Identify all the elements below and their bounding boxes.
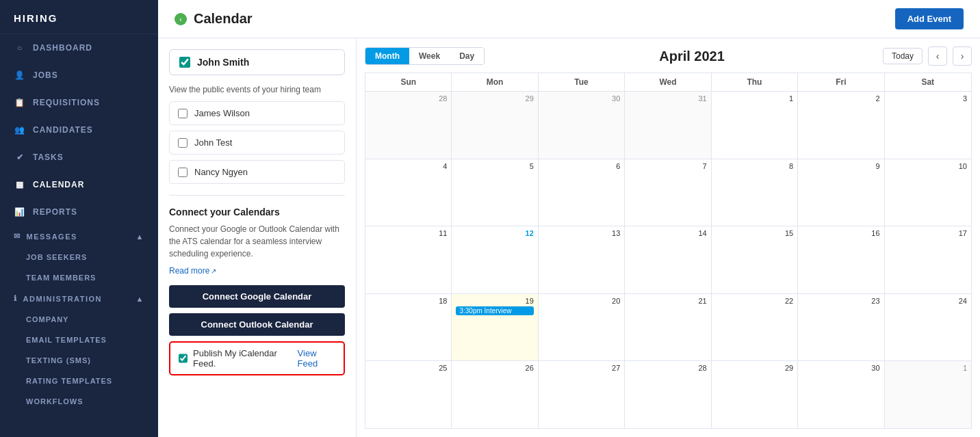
calendar-cell[interactable]: 21 — [625, 294, 711, 361]
calendar-cell[interactable]: 23 — [798, 294, 884, 361]
calendar-cell[interactable]: 1 — [712, 92, 798, 159]
external-link-icon: ↗ — [211, 267, 216, 275]
connect-google-button[interactable]: Connect Google Calendar — [169, 285, 345, 308]
back-nav-icon[interactable]: ‹ — [175, 13, 187, 25]
calendar-cell[interactable]: 9 — [798, 159, 884, 226]
candidates-icon: 👥 — [14, 124, 26, 136]
sidebar-item-texting-sms[interactable]: TEXTING (SMS) — [0, 350, 158, 371]
connect-section-title: Connect your Calendars — [169, 207, 345, 217]
calendar-cell[interactable]: 6 — [539, 159, 625, 226]
reports-icon: 📊 — [14, 206, 26, 218]
tab-day[interactable]: Day — [450, 48, 484, 64]
requisitions-icon: 📋 — [14, 96, 26, 109]
calendar-cell-today[interactable]: 19 3:30pm Interview — [452, 294, 538, 361]
view-tabs: Month Week Day — [365, 47, 485, 65]
tab-week[interactable]: Week — [409, 48, 450, 64]
chevron-up-icon: ▲ — [136, 233, 144, 241]
calendar-cell[interactable]: 30 — [798, 361, 884, 428]
calendar-cell[interactable]: 4 — [365, 159, 452, 226]
calendar-cell[interactable]: 15 — [712, 226, 798, 293]
calendar-cell[interactable]: 22 — [712, 294, 798, 361]
sidebar-admin-label: ADMINISTRATION — [23, 295, 103, 303]
calendar-cell[interactable]: 28 — [625, 361, 711, 428]
calendar-cell[interactable]: 14 — [625, 226, 711, 293]
calendar-cell[interactable]: 28 — [365, 92, 452, 159]
calendar-cell[interactable]: 24 — [885, 294, 971, 361]
chevron-up-icon-admin: ▲ — [136, 295, 144, 303]
calendar-cell[interactable]: 30 — [539, 92, 625, 159]
calendar-toolbar: Month Week Day April 2021 Today ‹ › — [365, 47, 972, 66]
sidebar-item-workflows[interactable]: WORKFLOWS — [0, 391, 158, 412]
add-event-button[interactable]: Add Event — [895, 8, 964, 29]
calendar-cell[interactable]: 26 — [452, 361, 538, 428]
sidebar-item-dashboard[interactable]: ○ DASHBOARD — [0, 34, 158, 62]
calendar-cell[interactable]: 18 — [365, 294, 452, 361]
day-header-thu: Thu — [712, 73, 798, 92]
sidebar-item-email-templates[interactable]: EMAIL TEMPLATES — [0, 330, 158, 350]
prev-month-button[interactable]: ‹ — [928, 47, 947, 66]
sidebar-item-reports[interactable]: 📊 REPORTS — [0, 198, 158, 226]
sidebar-item-label: JOBS — [33, 70, 58, 80]
today-button[interactable]: Today — [883, 48, 923, 64]
read-more-link[interactable]: Read more ↗ — [169, 266, 216, 276]
sidebar-item-company[interactable]: COMPANY — [0, 309, 158, 330]
calendar-cell[interactable]: 12 — [452, 226, 538, 293]
sidebar-item-label: REPORTS — [33, 207, 77, 217]
calendar-cell[interactable]: 3 — [885, 92, 971, 159]
dashboard-icon: ○ — [14, 42, 26, 54]
team-member-checkbox-john-test[interactable] — [178, 138, 188, 148]
day-header-tue: Tue — [539, 73, 625, 92]
calendar-cell[interactable]: 16 — [798, 226, 884, 293]
calendar-cell[interactable]: 31 — [625, 92, 711, 159]
tab-month[interactable]: Month — [365, 48, 409, 64]
sidebar-item-candidates[interactable]: 👥 CANDIDATES — [0, 116, 158, 144]
calendar-cell[interactable]: 29 — [452, 92, 538, 159]
connect-section-desc: Connect your Google or Outlook Calendar … — [169, 223, 345, 260]
calendar-cell[interactable]: 20 — [539, 294, 625, 361]
sidebar-admin-header[interactable]: ℹ ADMINISTRATION ▲ — [0, 288, 158, 309]
calendar-cell[interactable]: 27 — [539, 361, 625, 428]
sidebar-item-requisitions[interactable]: 📋 REQUISITIONS — [0, 89, 158, 116]
admin-icon: ℹ — [14, 294, 18, 303]
event-badge[interactable]: 3:30pm Interview — [456, 306, 533, 315]
calendar-cell[interactable]: 1 — [885, 361, 971, 428]
team-member-checkbox-nancy[interactable] — [178, 168, 188, 177]
calendar-cell[interactable]: 2 — [798, 92, 884, 159]
calendar-cell[interactable]: 7 — [625, 159, 711, 226]
team-member-checkbox-james[interactable] — [178, 109, 188, 118]
user-name: John Smith — [197, 57, 249, 68]
main-content: ‹ Calendar Add Event John Smith View the… — [158, 0, 980, 437]
team-member-name: John Test — [194, 137, 232, 148]
messages-icon: ✉ — [14, 232, 21, 241]
left-panel: John Smith View the public events of you… — [158, 38, 357, 437]
calendar-week-row: 11 12 13 14 15 16 17 — [365, 226, 971, 294]
divider — [169, 195, 345, 196]
sidebar-item-job-seekers[interactable]: JOB SEEKERS — [0, 247, 158, 267]
connect-outlook-button[interactable]: Connect Outlook Calendar — [169, 313, 345, 336]
sidebar-item-tasks[interactable]: ✔ TASKS — [0, 144, 158, 171]
sidebar-item-label: TASKS — [33, 153, 64, 162]
sidebar-item-calendar[interactable]: ▦ CALENDAR — [0, 171, 158, 198]
calendar-cell[interactable]: 8 — [712, 159, 798, 226]
page-header: ‹ Calendar Add Event — [158, 0, 980, 38]
publish-feed-checkbox[interactable] — [179, 354, 188, 363]
calendar-cell[interactable]: 17 — [885, 226, 971, 293]
user-checkbox[interactable] — [179, 57, 190, 68]
calendar-cell[interactable]: 29 — [712, 361, 798, 428]
calendar-header-row: Sun Mon Tue Wed Thu Fri Sat — [365, 73, 971, 92]
sidebar-item-rating-templates[interactable]: RATING TEMPLATES — [0, 371, 158, 391]
calendar-cell[interactable]: 10 — [885, 159, 971, 226]
calendar-icon: ▦ — [14, 178, 26, 191]
calendar-area: Month Week Day April 2021 Today ‹ › Sun … — [357, 38, 980, 437]
calendar-cell[interactable]: 5 — [452, 159, 538, 226]
calendar-cell[interactable]: 11 — [365, 226, 452, 293]
publish-feed-label: Publish My iCalendar Feed. — [193, 348, 292, 369]
sidebar-item-jobs[interactable]: 👤 JOBS — [0, 62, 158, 89]
calendar-cell[interactable]: 25 — [365, 361, 452, 428]
calendar-cell[interactable]: 13 — [539, 226, 625, 293]
calendar-week-row: 18 19 3:30pm Interview 20 21 22 23 24 — [365, 294, 971, 362]
view-feed-link[interactable]: View Feed — [298, 348, 335, 369]
next-month-button[interactable]: › — [953, 47, 972, 66]
sidebar-item-team-members[interactable]: TEAM MEMBERS — [0, 267, 158, 288]
sidebar-messages-header[interactable]: ✉ MESSAGES ▲ — [0, 226, 158, 247]
